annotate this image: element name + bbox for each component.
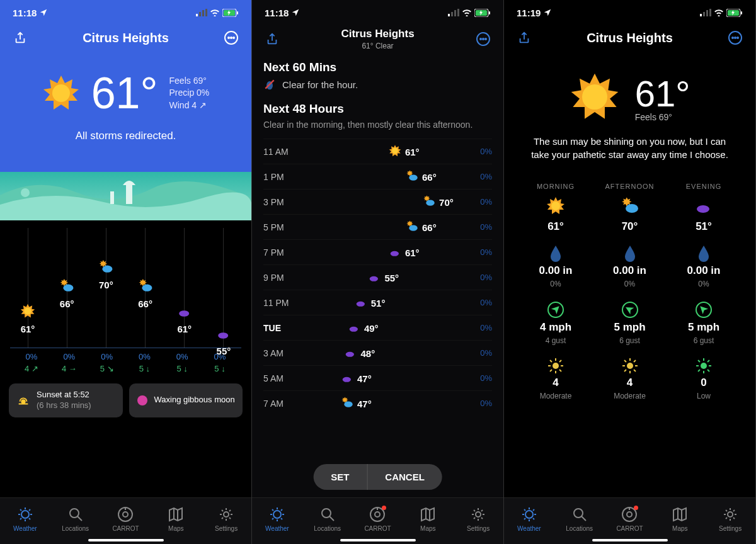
daypart-temp-cell[interactable]: 51° (672, 196, 735, 233)
screen-2: 11:18 Citrus Heights 61° Clear Next 60 M… (252, 0, 504, 544)
tab-label: Settings (467, 525, 490, 532)
cell-sub: Moderate (614, 392, 646, 400)
home-indicator[interactable] (88, 539, 164, 541)
status-bar: 11:19 (504, 0, 755, 25)
forecast-row[interactable]: 5 PM 66° 0% (263, 214, 492, 239)
share-button[interactable] (514, 28, 534, 48)
hourly-forecast[interactable]: 11 AM1 PM3 PM5 PM7 PM9 PM 61°66°70°66°61… (0, 205, 251, 380)
tab-label: CARROT (112, 525, 139, 532)
svg-point-28 (21, 511, 29, 518)
row-temp: 47° (357, 373, 372, 383)
row-precip: 0% (471, 348, 492, 358)
daypart-wind-cell[interactable]: 5 mph6 gust (598, 301, 662, 345)
hour-wind: 4 ↗ (14, 364, 49, 373)
share-button[interactable] (262, 29, 282, 49)
more-button[interactable] (725, 28, 745, 48)
svg-line-126 (624, 360, 626, 362)
svg-point-68 (356, 301, 364, 306)
svg-line-79 (272, 509, 273, 511)
hour-column[interactable]: 61° (10, 228, 45, 348)
daypart-wind-cell[interactable]: 4 mph4 gust (524, 301, 587, 345)
daypart-temp-cell[interactable]: 70° (598, 196, 662, 233)
svg-line-147 (533, 509, 534, 511)
daypart-precip-cell[interactable]: 0.00 in0% (524, 246, 587, 288)
daypart-uv-cell[interactable]: 0Low (672, 358, 735, 400)
forecast-row[interactable]: 7 PM 61° 0% (263, 239, 492, 264)
forecast-row[interactable]: 1 PM 66° 0% (263, 164, 492, 189)
svg-point-101 (737, 37, 738, 38)
hour-column[interactable]: 66° (128, 228, 163, 348)
tab-settings[interactable]: Settings (201, 502, 251, 536)
svg-point-66 (391, 251, 399, 256)
hour-column[interactable]: 55° (206, 228, 241, 348)
svg-point-103 (582, 84, 607, 110)
tab-maps[interactable]: Maps (655, 502, 705, 536)
battery-icon (474, 9, 491, 17)
forecast-row[interactable]: 11 PM 51° 0% (263, 290, 492, 315)
tab-carrot[interactable]: CARROT (605, 502, 655, 536)
forecast-row[interactable]: 11 AM 61° 0% (263, 139, 492, 164)
hour-temp: 55° (217, 346, 231, 356)
cell-value: 5 mph (614, 321, 645, 334)
forecast-row[interactable]: 5 AM 47° 0% (263, 365, 492, 390)
row-time: 1 PM (263, 172, 300, 182)
hour-column[interactable]: 70° (88, 228, 123, 348)
tab-weather[interactable]: Weather (0, 502, 50, 536)
forecast-row[interactable]: 9 PM 55° 0% (263, 264, 492, 290)
svg-point-155 (728, 512, 733, 517)
daypart-uv-cell[interactable]: 4Moderate (524, 358, 587, 400)
daypart-precip-cell[interactable]: 0.00 in0% (672, 246, 735, 288)
hour-precip: 0% (164, 352, 200, 361)
more-button[interactable] (473, 29, 493, 49)
daypart-precip-cell[interactable]: 0.00 in0% (598, 246, 662, 288)
hour-column[interactable]: 61° (167, 228, 202, 348)
tab-label: Weather (13, 525, 37, 532)
next-48-text: Clear in the morning, then mostly clear … (263, 120, 492, 130)
tab-settings[interactable]: Settings (705, 502, 755, 536)
svg-rect-51 (489, 11, 490, 14)
weather-icon (98, 259, 113, 277)
svg-point-65 (409, 225, 417, 230)
share-button[interactable] (10, 28, 30, 48)
tab-carrot[interactable]: CARROT (353, 502, 403, 536)
forecast-row[interactable]: TUE 49° 0% (263, 315, 492, 340)
svg-rect-1 (110, 191, 114, 204)
set-button[interactable]: SET (313, 464, 367, 490)
tab-maps[interactable]: Maps (151, 502, 201, 536)
daypart-temp-cell[interactable]: 61° (524, 196, 587, 233)
tab-locations[interactable]: Locations (302, 502, 353, 536)
tab-locations[interactable]: Locations (50, 502, 101, 536)
cell-sub: 0% (550, 280, 561, 288)
tab-weather[interactable]: Weather (252, 502, 302, 536)
wind-direction-icon (695, 301, 713, 319)
wind-direction-icon (621, 301, 639, 319)
hour-column[interactable]: 66° (49, 228, 84, 348)
row-temp: 66° (422, 171, 437, 182)
svg-line-33 (20, 509, 21, 511)
cancel-button[interactable]: CANCEL (367, 464, 442, 490)
daypart-uv-cell[interactable]: 4Moderate (598, 358, 662, 400)
tab-settings[interactable]: Settings (453, 502, 503, 536)
tab-weather[interactable]: Weather (504, 502, 554, 536)
tab-maps[interactable]: Maps (403, 502, 453, 536)
tab-label: CARROT (616, 525, 643, 532)
home-indicator[interactable] (592, 539, 668, 541)
svg-point-21 (103, 266, 113, 273)
tab-locations[interactable]: Locations (554, 502, 605, 536)
home-indicator[interactable] (340, 539, 416, 541)
tab-carrot[interactable]: CARROT (101, 502, 151, 536)
more-button[interactable] (221, 28, 241, 48)
forecast-row[interactable]: 3 AM 48° 0% (263, 340, 492, 365)
tab-label: Settings (719, 525, 742, 532)
svg-line-34 (29, 518, 30, 519)
forecast-row[interactable]: 3 PM 70° 0% (263, 189, 492, 214)
daypart-grid: MORNINGAFTERNOONEVENING 61°70°51° 0.00 i… (517, 183, 743, 400)
cell-value: 0.00 in (687, 264, 721, 277)
forecast-row[interactable]: 7 AM 47° 0% (263, 390, 492, 416)
daypart-wind-cell[interactable]: 5 mph6 gust (672, 301, 735, 345)
sunset-card[interactable]: Sunset at 5:52 (6 hrs 38 mins) (9, 383, 123, 417)
svg-point-26 (21, 399, 25, 404)
svg-point-25 (218, 332, 228, 339)
moon-card[interactable]: Waxing gibbous moon (129, 383, 243, 417)
hour-temp: 66° (60, 298, 74, 309)
